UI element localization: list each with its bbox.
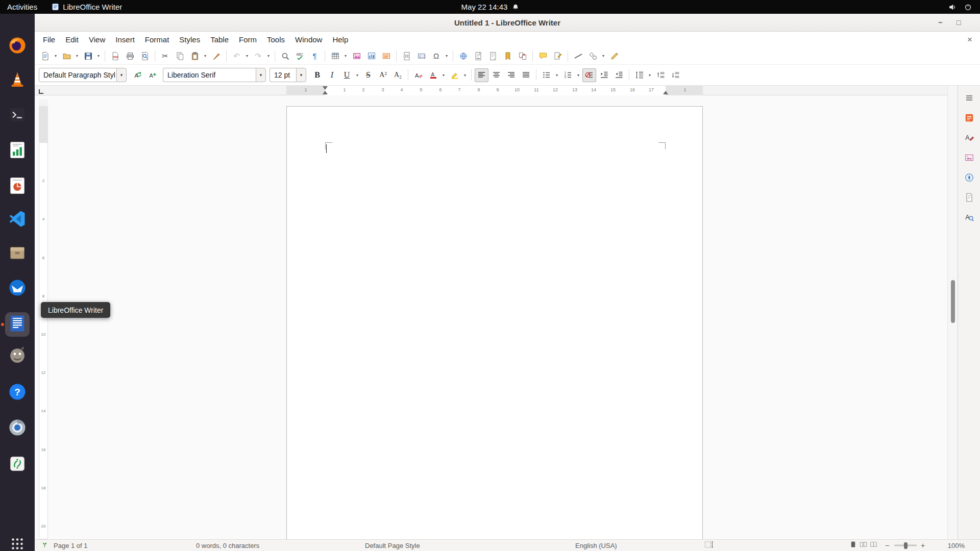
font-size-dropdown[interactable]: ▾: [296, 68, 306, 82]
left-indent-marker[interactable]: [323, 91, 328, 94]
zoom-out-button[interactable]: −: [885, 541, 889, 549]
dock-item-terminal[interactable]: [5, 104, 30, 128]
copy-button[interactable]: [173, 49, 187, 63]
underline-button[interactable]: U: [340, 68, 354, 82]
redo-button[interactable]: ↷: [251, 49, 265, 63]
highlight-color-button[interactable]: [448, 68, 461, 82]
unordered-list-dropdown[interactable]: ▾: [554, 68, 560, 82]
strikethrough-button[interactable]: S: [361, 68, 375, 82]
menu-help[interactable]: Help: [327, 33, 353, 46]
clone-formatting-button[interactable]: [209, 49, 223, 63]
word-count-status[interactable]: 0 words, 0 characters: [196, 542, 259, 549]
increase-paragraph-spacing-button[interactable]: [654, 68, 668, 82]
font-color-button[interactable]: A: [426, 68, 440, 82]
insert-special-character-button[interactable]: Ω: [429, 49, 443, 63]
align-left-button[interactable]: [475, 68, 488, 82]
italic-button[interactable]: I: [325, 68, 339, 82]
superscript-button[interactable]: A²: [376, 68, 390, 82]
increase-indent-button[interactable]: [597, 68, 611, 82]
insert-image-button[interactable]: [350, 49, 363, 63]
update-style-button[interactable]: A: [131, 68, 144, 82]
new-document-button[interactable]: [38, 49, 52, 63]
dock-item-thunderbird[interactable]: [5, 277, 30, 301]
menu-styles[interactable]: Styles: [174, 33, 205, 46]
menu-form[interactable]: Form: [234, 33, 262, 46]
zoom-in-button[interactable]: +: [921, 541, 925, 549]
menu-file[interactable]: File: [38, 33, 60, 46]
track-changes-button[interactable]: [551, 49, 565, 63]
minimize-button[interactable]: −: [934, 16, 946, 29]
font-name-dropdown[interactable]: ▾: [256, 68, 266, 82]
close-document-button[interactable]: ×: [964, 34, 975, 45]
menu-tools[interactable]: Tools: [262, 33, 290, 46]
insert-line-button[interactable]: [571, 49, 585, 63]
single-page-view-button[interactable]: [849, 541, 857, 550]
scrollbar-thumb[interactable]: [951, 280, 955, 323]
sidebar-settings-button[interactable]: [961, 89, 978, 107]
sidebar-styles-button[interactable]: A: [961, 129, 978, 146]
dock-item-libreoffice-writer[interactable]: [5, 312, 30, 337]
clear-formatting-button[interactable]: A: [411, 68, 425, 82]
insert-table-dropdown[interactable]: ▾: [342, 49, 349, 63]
export-pdf-button[interactable]: PDF: [108, 49, 122, 63]
formatting-marks-button[interactable]: ¶: [308, 49, 322, 63]
dock-item-vlc[interactable]: [5, 68, 30, 93]
highlight-color-dropdown[interactable]: ▾: [462, 68, 468, 82]
paragraph-style-value[interactable]: Default Paragraph Styl: [39, 68, 116, 82]
dock-item-archive-manager[interactable]: [5, 242, 30, 266]
print-preview-button[interactable]: [138, 49, 152, 63]
dock-item-libreoffice-impress[interactable]: [5, 174, 30, 199]
menu-window[interactable]: Window: [290, 33, 327, 46]
insert-footnote-button[interactable]: 1: [471, 49, 485, 63]
vertical-scrollbar[interactable]: [947, 86, 958, 539]
insert-table-button[interactable]: [328, 49, 342, 63]
ordered-list-button[interactable]: 1.2.3.: [561, 68, 575, 82]
new-document-dropdown[interactable]: ▾: [53, 49, 59, 63]
tab-stop-type-button[interactable]: [39, 87, 46, 94]
insert-page-break-button[interactable]: [400, 49, 413, 63]
menu-view[interactable]: View: [84, 33, 110, 46]
undo-button[interactable]: ↶: [230, 49, 243, 63]
dock-item-trash[interactable]: [5, 453, 30, 477]
justify-button[interactable]: [519, 68, 533, 82]
system-status-area[interactable]: [948, 0, 980, 14]
sidebar-properties-button[interactable]: [961, 109, 978, 127]
dock-item-vscode[interactable]: [5, 208, 30, 232]
show-applications-button[interactable]: [5, 533, 30, 551]
align-right-button[interactable]: [504, 68, 518, 82]
sidebar-page-button[interactable]: [961, 189, 978, 206]
show-draw-functions-button[interactable]: [607, 49, 621, 63]
paragraph-style-combobox[interactable]: Default Paragraph Styl ▾: [39, 68, 127, 82]
horizontal-ruler[interactable]: 1 1 2 3 4 5 6 7 8 9 10 11 12 13 14 15 16: [35, 86, 947, 95]
find-replace-button[interactable]: [278, 49, 292, 63]
underline-dropdown[interactable]: ▾: [354, 68, 360, 82]
sidebar-gallery-button[interactable]: [961, 149, 978, 166]
right-indent-marker[interactable]: [663, 91, 668, 94]
basic-shapes-dropdown[interactable]: ▾: [600, 49, 606, 63]
clock-menu[interactable]: May 22 14:43: [461, 0, 519, 14]
book-view-button[interactable]: [870, 541, 877, 550]
menu-table[interactable]: Table: [205, 33, 234, 46]
selection-mode-indicator[interactable]: [704, 541, 715, 550]
zoom-level[interactable]: 100%: [948, 542, 965, 549]
line-spacing-dropdown[interactable]: ▾: [647, 68, 653, 82]
vertical-ruler[interactable]: 2 4 6 8 10 12 14 16 18 20: [39, 99, 48, 539]
print-button[interactable]: [123, 49, 137, 63]
first-line-indent-marker[interactable]: [323, 86, 328, 90]
undo-dropdown[interactable]: ▾: [244, 49, 250, 63]
page-style-status[interactable]: Default Page Style: [365, 542, 420, 549]
focused-app-menu[interactable]: LibreOffice Writer: [44, 0, 129, 14]
spelling-button[interactable]: ABC: [293, 49, 307, 63]
dock-item-libreoffice-calc[interactable]: [5, 139, 30, 163]
page-number-status[interactable]: Page 1 of 1: [54, 542, 88, 549]
document-canvas[interactable]: 2 4 6 8 10 12 14 16 18 20: [35, 95, 947, 539]
dock-item-firefox[interactable]: [5, 34, 30, 59]
open-button[interactable]: [60, 49, 74, 63]
paste-button[interactable]: [188, 49, 202, 63]
menu-insert[interactable]: Insert: [110, 33, 140, 46]
no-list-button[interactable]: [582, 68, 596, 82]
dock-item-gimp[interactable]: [5, 344, 30, 368]
insert-field-button[interactable]: {…}: [414, 49, 428, 63]
dock-item-help[interactable]: ?: [5, 381, 30, 405]
sidebar-style-inspector-button[interactable]: A: [961, 209, 978, 226]
